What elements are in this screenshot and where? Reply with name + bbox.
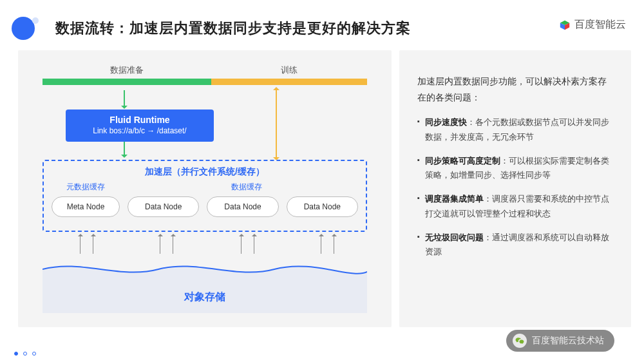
brand-text: 百度智能云 (574, 18, 626, 32)
accel-layer-title: 加速层（并行文件系统/缓存） (44, 166, 366, 178)
storage-arrow-icon (80, 234, 80, 254)
storage-arrow-icon (334, 234, 334, 254)
description-intro: 加速层内置数据同步功能，可以解决朴素方案存在的各类问题： (417, 73, 614, 105)
header-bullet-accent-icon (32, 17, 39, 24)
header-bullet-icon (12, 17, 35, 40)
wechat-icon (513, 334, 527, 348)
meta-node: Meta Node (52, 196, 120, 217)
description-panel: 加速层内置数据同步功能，可以解决朴素方案存在的各类问题： 同步速度快：各个元数据… (399, 50, 631, 327)
storage-arrow-icon (93, 234, 93, 254)
stage-bar-prep (43, 79, 211, 85)
slide-pager[interactable] (14, 352, 36, 356)
arrow-prep-to-runtime-icon (124, 90, 125, 108)
storage-arrow-icon (321, 234, 321, 254)
arrow-runtime-to-accel-icon (124, 142, 125, 157)
storage-arrow-icon (254, 234, 254, 254)
list-item: 同步速度快：各个元数据或数据节点可以并发同步数据，并发度高，无冗余环节 (417, 115, 614, 145)
stage-train-label: 训练 (211, 64, 367, 76)
storage-arrow-icon (160, 234, 160, 254)
wechat-badge-text: 百度智能云技术站 (532, 335, 604, 347)
wechat-badge: 百度智能云技术站 (506, 330, 614, 352)
brand-cube-icon (559, 19, 571, 31)
accel-layer-box: 加速层（并行文件系统/缓存） 元数据缓存 数据缓存 Meta Node Data… (43, 160, 367, 232)
data-node-3: Data Node (287, 196, 358, 217)
list-item: 无垃圾回收问题：通过调度器和系统可以自动释放资源 (417, 231, 614, 260)
slide-title: 数据流转：加速层内置数据同步支持是更好的解决方案 (55, 19, 411, 38)
fluid-runtime-box: Fluid Runtime Link bos://a/b/c → /datase… (66, 110, 214, 142)
meta-cache-label: 元数据缓存 (44, 182, 128, 193)
fluid-runtime-title: Fluid Runtime (72, 115, 207, 125)
arrow-train-accel-bidir-icon (276, 88, 277, 160)
storage-arrow-icon (241, 234, 242, 254)
data-node-1: Data Node (128, 196, 199, 217)
diagram-panel: 数据准备 训练 Fluid Runtime Link bos://a/b/c →… (18, 50, 392, 327)
data-node-2: Data Node (207, 196, 278, 217)
stage-bar-train (211, 79, 367, 85)
list-item: 调度器集成简单：调度器只需要和系统的中控节点打交道就可以管理整个过程和状态 (417, 192, 614, 222)
data-cache-label: 数据缓存 (128, 182, 366, 193)
list-item: 同步策略可高度定制：可以根据实际需要定制各类策略，如增量同步、选择性同步等 (417, 154, 614, 184)
stage-bar (43, 79, 367, 85)
slide-header: 数据流转：加速层内置数据同步支持是更好的解决方案 (0, 15, 644, 41)
cache-labels: 元数据缓存 数据缓存 (44, 182, 366, 193)
wave-icon (43, 256, 367, 313)
brand-logo: 百度智能云 (559, 18, 626, 32)
storage-arrow-icon (173, 234, 173, 254)
pager-dot-2[interactable] (23, 352, 27, 356)
pager-dot-3[interactable] (32, 352, 36, 356)
stage-labels: 数据准备 训练 (43, 64, 367, 76)
stage-prep-label: 数据准备 (43, 64, 211, 76)
object-storage-box: 对象存储 (43, 256, 367, 313)
nodes-row: Meta Node Data Node Data Node Data Node (44, 193, 366, 217)
pager-dot-1[interactable] (14, 352, 18, 356)
fluid-runtime-subtitle: Link bos://a/b/c → /dataset/ (72, 126, 207, 135)
description-list: 同步速度快：各个元数据或数据节点可以并发同步数据，并发度高，无冗余环节 同步策略… (417, 115, 614, 260)
object-storage-label: 对象存储 (43, 291, 367, 304)
